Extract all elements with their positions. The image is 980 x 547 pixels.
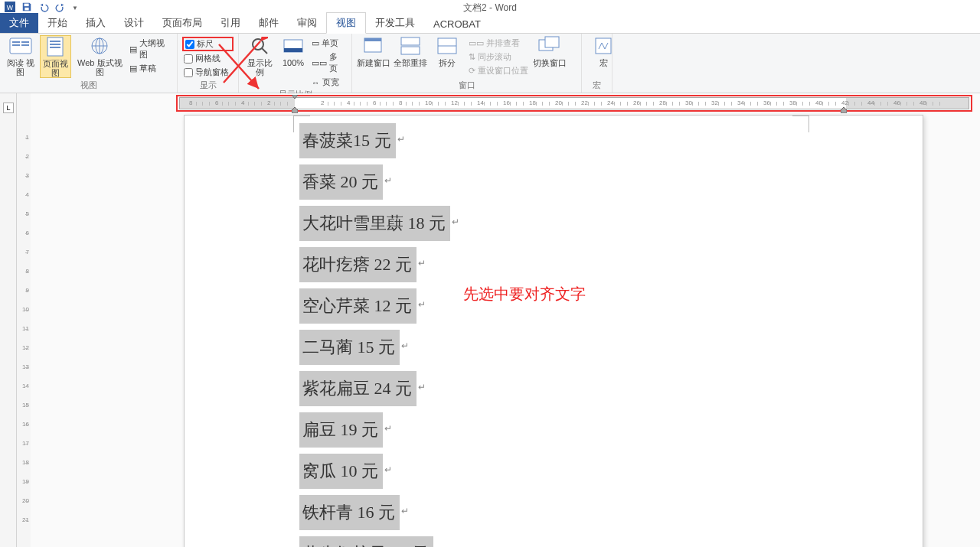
arrange-all-button[interactable]: 全部重排 <box>394 35 427 77</box>
svg-rect-11 <box>50 44 60 45</box>
svg-rect-8 <box>21 44 29 46</box>
paragraph-line[interactable]: 香菜 20 元 <box>299 164 383 200</box>
svg-rect-7 <box>12 44 20 46</box>
zoom-100-button[interactable]: 100% <box>279 35 306 89</box>
macros-label: 宏 <box>599 58 608 67</box>
macros-button[interactable]: 宏 <box>586 35 620 67</box>
reset-window-label: 重设窗口位置 <box>478 65 528 77</box>
switch-windows-label: 切换窗口 <box>533 58 567 67</box>
paragraph-line[interactable]: 紫花扁豆 24 元 <box>299 371 416 406</box>
navpane-checkbox-input[interactable] <box>184 68 193 77</box>
svg-rect-3 <box>24 7 28 10</box>
group-views: 阅读 视图 页面视图 Web 版式视图 ▤大纲视图 ▤草稿 视图 <box>0 34 178 93</box>
work-area: L 123456789101112131415161718192021 8642… <box>0 93 980 547</box>
svg-rect-25 <box>545 37 559 47</box>
horizontal-ruler-highlight: 8642246810121416182022242628303234363840… <box>176 95 972 112</box>
svg-text:W: W <box>7 3 14 11</box>
svg-rect-12 <box>50 47 60 48</box>
draft-view-button[interactable]: ▤草稿 <box>128 62 172 75</box>
tab-view[interactable]: 视图 <box>326 12 366 34</box>
svg-rect-2 <box>24 3 29 6</box>
horizontal-ruler[interactable]: 8642246810121416182022242628303234363840… <box>179 97 969 109</box>
svg-rect-5 <box>12 41 20 43</box>
svg-rect-19 <box>364 38 381 41</box>
paragraph-line[interactable]: 大花叶雪里蕻 18 元 <box>299 206 450 241</box>
tab-insert[interactable]: 插入 <box>77 13 115 33</box>
multi-page-icon: ▭▭ <box>312 58 327 68</box>
vertical-ruler[interactable]: 123456789101112131415161718192021 <box>17 93 31 547</box>
paragraph-line[interactable]: 扁豆 19 元 <box>299 412 383 448</box>
one-page-label: 单页 <box>322 37 338 49</box>
outline-label: 大纲视图 <box>139 37 171 60</box>
print-layout-label: 页面视图 <box>41 59 71 77</box>
sync-scroll-button: ⇅同步滚动 <box>467 50 530 63</box>
svg-rect-17 <box>284 48 302 52</box>
right-indent[interactable] <box>841 107 847 113</box>
svg-rect-21 <box>401 47 420 54</box>
hanging-indent[interactable] <box>292 107 298 113</box>
left-gutter: L <box>0 93 17 547</box>
draft-icon: ▤ <box>129 63 137 73</box>
web-layout-button[interactable]: Web 版式视图 <box>74 35 125 78</box>
tab-design[interactable]: 设计 <box>115 13 153 33</box>
one-page-button[interactable]: ▭单页 <box>310 37 347 50</box>
side-by-side-label: 并排查看 <box>486 37 520 49</box>
tab-selector[interactable]: L <box>3 103 14 113</box>
paragraph-list: 春菠菜15 元香菜 20 元大花叶雪里蕻 18 元花叶疙瘩 22 元空心芹菜 1… <box>299 123 923 547</box>
tab-references[interactable]: 引用 <box>211 13 250 33</box>
paragraph-line[interactable]: 花叶疙瘩 22 元 <box>299 247 416 282</box>
tab-mailings[interactable]: 邮件 <box>250 13 288 33</box>
group-window-label: 窗口 <box>357 80 577 93</box>
svg-rect-6 <box>21 41 29 43</box>
svg-rect-20 <box>401 37 420 45</box>
horizontal-ruler-wrap: 8642246810121416182022242628303234363840… <box>176 95 972 115</box>
zoom-100-label: 100% <box>283 58 304 67</box>
qat-dropdown-icon[interactable]: ▼ <box>70 4 80 12</box>
outline-view-button[interactable]: ▤大纲视图 <box>128 37 172 61</box>
switch-windows-button[interactable]: 切换窗口 <box>533 35 567 77</box>
tab-review[interactable]: 审阅 <box>288 13 326 33</box>
print-layout-button[interactable]: 页面视图 <box>40 35 72 78</box>
new-window-button[interactable]: 新建窗口 <box>357 35 390 77</box>
side-by-side-icon: ▭▭ <box>469 38 484 48</box>
paragraph-line[interactable]: 二马蔺 15 元 <box>299 330 400 365</box>
split-button[interactable]: 拆分 <box>430 35 464 77</box>
tab-home[interactable]: 开始 <box>38 13 77 33</box>
outline-icon: ▤ <box>129 44 137 54</box>
sync-scroll-icon: ⇅ <box>469 52 475 62</box>
ribbon-tabs: 文件 开始 插入 设计 页面布局 引用 邮件 审阅 视图 开发工具 ACROBA… <box>0 15 980 34</box>
arrange-all-label: 全部重排 <box>394 58 427 67</box>
annotation-arrow-2 <box>214 43 268 96</box>
group-views-label: 视图 <box>5 80 172 93</box>
document-canvas[interactable]: 8642246810121416182022242628303234363840… <box>31 93 980 547</box>
ruler-checkbox-input[interactable] <box>185 40 194 49</box>
gridlines-checkbox-input[interactable] <box>184 54 193 63</box>
paragraph-line[interactable]: 铁杆青 16 元 <box>299 495 400 530</box>
new-window-label: 新建窗口 <box>357 58 390 67</box>
read-mode-button[interactable]: 阅读 视图 <box>5 35 37 78</box>
page[interactable]: 春菠菜15 元香菜 20 元大花叶雪里蕻 18 元花叶疙瘩 22 元空心芹菜 1… <box>184 115 923 547</box>
multi-page-button[interactable]: ▭▭多页 <box>310 50 347 75</box>
tab-developer[interactable]: 开发工具 <box>366 13 424 33</box>
first-line-indent[interactable] <box>292 95 298 99</box>
page-width-button[interactable]: ↔页宽 <box>310 76 347 89</box>
annotation-text: 先选中要对齐文字 <box>463 284 586 304</box>
group-macros: 宏 宏 <box>582 34 612 93</box>
tab-file[interactable]: 文件 <box>0 13 38 33</box>
paragraph-line[interactable]: 空心芹菜 12 元 <box>299 288 416 324</box>
group-macros-label: 宏 <box>586 80 607 93</box>
reset-window-icon: ⟳ <box>469 66 475 76</box>
sync-scroll-label: 同步滚动 <box>478 51 511 63</box>
tab-layout[interactable]: 页面布局 <box>153 13 211 33</box>
paragraph-line[interactable]: 春菠菜15 元 <box>299 123 396 158</box>
reset-window-button: ⟳重设窗口位置 <box>467 64 530 77</box>
web-layout-label: Web 版式视图 <box>74 58 125 77</box>
ribbon: 阅读 视图 页面视图 Web 版式视图 ▤大纲视图 ▤草稿 视图 标尺 网格线 … <box>0 34 980 93</box>
paragraph-line[interactable]: 窝瓜 10 元 <box>299 454 383 489</box>
svg-rect-10 <box>50 41 60 42</box>
tab-acrobat[interactable]: ACROBAT <box>424 15 490 33</box>
page-width-label: 页宽 <box>322 77 339 88</box>
page-corner-tr <box>792 116 809 132</box>
paragraph-line[interactable]: 黄牛奶柿子 26 元 <box>299 536 433 547</box>
group-window: 新建窗口 全部重排 拆分 ▭▭并排查看 ⇅同步滚动 ⟳重设窗口位置 切换窗口 窗… <box>352 34 582 93</box>
